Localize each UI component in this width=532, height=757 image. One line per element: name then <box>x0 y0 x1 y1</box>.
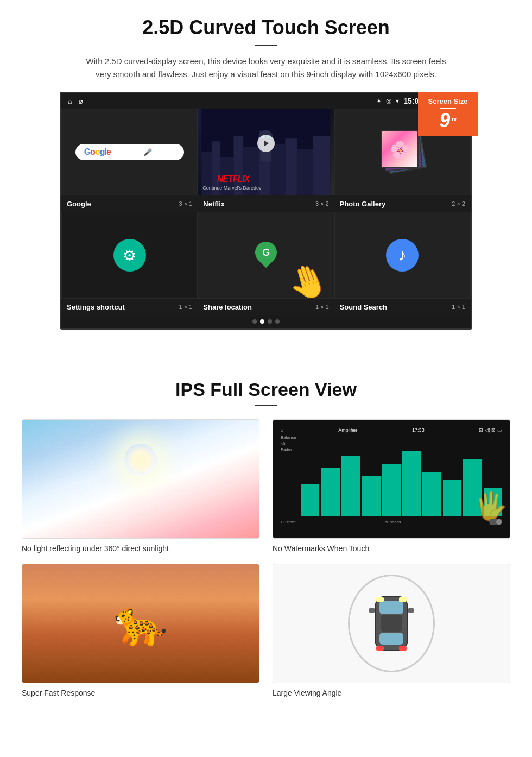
eq-bar-3 <box>341 456 360 517</box>
sunlight-caption: No light reflecting under 360° direct su… <box>22 544 259 553</box>
eq-bar-6 <box>402 451 421 516</box>
hand-pointing-icon: 🤚 <box>282 256 334 298</box>
usb-icon: ⌀ <box>79 97 83 105</box>
loudness-label: loudness <box>384 520 401 525</box>
eq-bar-4 <box>362 476 380 516</box>
loudness-toggle[interactable] <box>489 519 502 525</box>
amp-labels: Balance ◁) Fader <box>281 435 299 516</box>
amp-custom-btn: Custom <box>281 520 296 525</box>
car-caption: Large Viewing Angle <box>273 689 510 697</box>
feature-car: Large Viewing Angle <box>273 564 510 697</box>
amp-header: ⌂ Amplifier 17:33 ⊡ ◁) ⊠ ▭ <box>281 427 502 433</box>
section-divider <box>33 357 499 357</box>
svg-rect-10 <box>313 136 331 195</box>
home-icon: ⌂ <box>68 97 72 105</box>
svg-marker-15 <box>264 140 269 147</box>
photo-app-size: 2 × 2 <box>452 200 465 207</box>
app-labels-row2: Settings shortcut 1 × 1 Share location 1… <box>61 299 471 315</box>
dot-3 <box>268 319 272 324</box>
app-labels-row1: Google 3 × 1 Netflix 3 × 2 Photo Gallery… <box>61 195 471 212</box>
svg-rect-19 <box>369 608 375 613</box>
amp-time: 17:33 <box>412 427 425 433</box>
app-grid-row1: Google 🎤 <box>61 109 471 195</box>
settings-cell[interactable]: ⚙ <box>61 212 198 299</box>
music-note-icon: ♪ <box>398 246 407 264</box>
cheetah-img: 🐆 <box>22 564 259 683</box>
netflix-label-row: Netflix 3 × 2 <box>198 195 334 212</box>
amp-footer: Custom loudness <box>281 519 502 525</box>
share-cell-content: G 🤚 <box>198 212 333 298</box>
netflix-app-size: 3 × 2 <box>315 200 329 207</box>
sound-icon-circle: ♪ <box>386 239 419 272</box>
sound-app-size: 1 × 1 <box>452 304 465 310</box>
amp-content: Balance ◁) Fader <box>281 435 502 516</box>
section2: IPS Full Screen View No light reflecting… <box>0 374 532 714</box>
google-cell[interactable]: Google 🎤 <box>61 109 198 195</box>
app-grid-row2: ⚙ G 🤚 <box>61 212 471 299</box>
netflix-play-button[interactable] <box>257 135 275 152</box>
dot-2-active <box>260 319 264 324</box>
svg-rect-25 <box>381 615 402 632</box>
svg-rect-8 <box>286 138 297 195</box>
balance-label: Balance <box>281 435 296 440</box>
eq-bar-8 <box>443 480 461 517</box>
netflix-info: NETFLIX Continue Marvel's Daredevil <box>202 174 263 191</box>
feature-sunlight: No light reflecting under 360° direct su… <box>22 419 259 553</box>
section1-title: 2.5D Curved Touch Screen <box>33 16 499 39</box>
eq-bar-2 <box>321 468 339 516</box>
google-app-name: Google <box>67 200 91 208</box>
netflix-subtitle: Continue Marvel's Daredevil <box>202 185 263 191</box>
google-search-bar: Google 🎤 <box>75 144 184 160</box>
netflix-hero: NETFLIX Continue Marvel's Daredevil <box>198 109 333 195</box>
feature-watermarks: ⌂ Amplifier 17:33 ⊡ ◁) ⊠ ▭ Balance ◁) Fa… <box>273 419 510 553</box>
photo-card-3: 🌸 <box>381 130 419 168</box>
device-wrapper: Screen Size 9" ⌂ ⌀ ✶ ◎ ▾ 15:06 <box>60 92 472 330</box>
device-screen: ⌂ ⌀ ✶ ◎ ▾ 15:06 ⊡ ◁) ⊠ ▭ <box>60 92 472 330</box>
screen-size-value: 9" <box>426 111 470 130</box>
amp-bars-container: 🖐 <box>301 435 502 516</box>
sound-search-cell[interactable]: ♪ <box>334 212 471 299</box>
gear-icon: ⚙ <box>123 247 136 264</box>
badge-divider <box>440 108 456 109</box>
car-top-svg <box>364 585 419 661</box>
cheetah-image-box: 🐆 <box>22 564 259 683</box>
share-label-row: Share location 1 × 1 <box>198 299 334 315</box>
sound-label-row: Sound Search 1 × 1 <box>334 299 471 315</box>
pagination-dots <box>61 315 471 328</box>
svg-rect-7 <box>270 144 286 195</box>
eq-bar-7 <box>422 472 441 517</box>
google-mic-icon: 🎤 <box>143 148 152 156</box>
google-logo: Google <box>84 147 111 157</box>
location-icon: ◎ <box>386 97 391 105</box>
settings-app-name: Settings shortcut <box>67 303 125 311</box>
amp-home-icon: ⌂ <box>281 427 283 433</box>
share-location-cell[interactable]: G 🤚 <box>198 212 334 299</box>
netflix-cell[interactable]: NETFLIX Continue Marvel's Daredevil <box>198 109 334 195</box>
svg-rect-22 <box>399 597 407 602</box>
photo-label-row: Photo Gallery 2 × 2 <box>334 195 471 212</box>
feature-cheetah: 🐆 Super Fast Response <box>22 564 259 697</box>
svg-rect-20 <box>408 608 414 613</box>
settings-icon-circle: ⚙ <box>113 239 146 272</box>
netflix-cell-content: NETFLIX Continue Marvel's Daredevil <box>198 109 333 195</box>
car-oval <box>348 575 435 672</box>
wifi-icon: ▾ <box>396 97 399 105</box>
screen-size-badge: Screen Size 9" <box>418 92 478 136</box>
settings-app-size: 1 × 1 <box>179 304 193 310</box>
section2-title: IPS Full Screen View <box>22 379 510 400</box>
maps-pin-head: G <box>251 237 282 268</box>
section2-title-divider <box>255 405 277 406</box>
netflix-app-name: Netflix <box>203 200 225 208</box>
sound-cell-content: ♪ <box>335 212 470 298</box>
eq-bar-1 <box>301 484 319 516</box>
page: 2.5D Curved Touch Screen With 2.5D curve… <box>0 0 532 714</box>
sunlight-image-box <box>22 419 259 539</box>
car-img <box>273 564 510 683</box>
settings-label-row: Settings shortcut 1 × 1 <box>61 299 198 315</box>
bluetooth-icon: ✶ <box>376 97 382 105</box>
section1-title-divider <box>255 45 277 46</box>
svg-rect-17 <box>379 601 403 614</box>
netflix-logo: NETFLIX <box>202 174 263 184</box>
svg-rect-21 <box>376 597 384 602</box>
dot-4 <box>275 319 280 324</box>
